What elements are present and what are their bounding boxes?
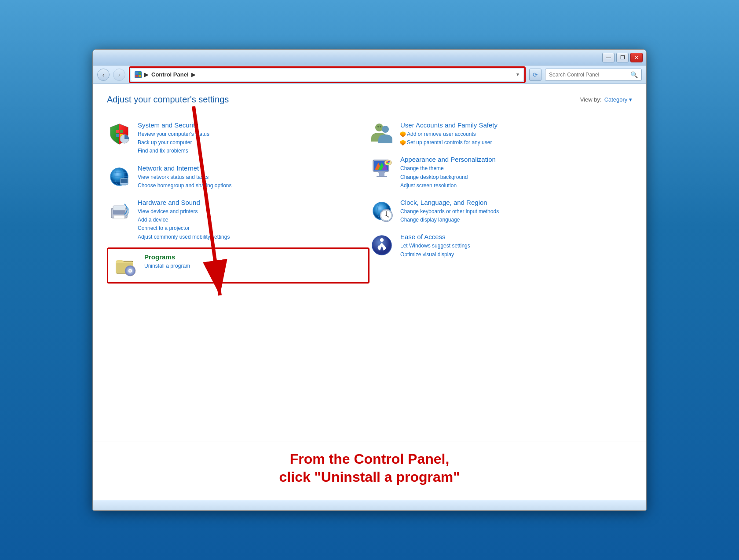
ease-of-access-title[interactable]: Ease of Access [400, 233, 625, 240]
ease-of-access-link-2[interactable]: Optimize visual display [400, 251, 625, 259]
programs-link-1[interactable]: Uninstall a program [144, 262, 363, 270]
svg-rect-33 [379, 173, 384, 176]
svg-point-29 [380, 126, 381, 127]
categories-grid: System and Security Review your computer… [107, 117, 632, 284]
hardware-link-3[interactable]: Connect to a projector [138, 224, 362, 233]
left-categories: System and Security Review your computer… [107, 117, 370, 284]
category-hardware-sound: Hardware and Sound View devices and prin… [107, 194, 370, 246]
system-security-link-1[interactable]: Review your computer's status [138, 130, 362, 138]
svg-rect-2 [135, 75, 138, 77]
svg-rect-5 [120, 130, 123, 133]
svg-rect-18 [113, 210, 125, 215]
programs-title[interactable]: Programs [144, 253, 363, 261]
user-accounts-title[interactable]: User Accounts and Family Safety [400, 121, 625, 129]
user-accounts-link-1[interactable]: Add or remove user accounts [400, 130, 625, 138]
system-security-link-3[interactable]: Find and fix problems [138, 147, 362, 155]
svg-point-49 [380, 238, 384, 242]
user-accounts-icon [370, 121, 394, 146]
user-accounts-link-2[interactable]: Set up parental controls for any user [400, 138, 625, 147]
breadcrumb: ▶ [144, 71, 149, 78]
system-security-title[interactable]: System and Security [138, 121, 362, 129]
status-bar [93, 500, 646, 510]
programs-icon [113, 253, 138, 278]
appearance-link-3[interactable]: Adjust screen resolution [400, 182, 625, 190]
maximize-button[interactable]: ❐ [616, 53, 629, 62]
annotation-line2: click "Uninstall a program" [279, 469, 460, 485]
system-security-icon [107, 121, 132, 146]
address-arrow: ▶ [191, 71, 196, 78]
hardware-link-2[interactable]: Add a device [138, 216, 362, 224]
svg-point-47 [386, 215, 387, 216]
system-security-link-2[interactable]: Back up your computer [138, 138, 362, 147]
ease-of-access-link-1[interactable]: Let Windows suggest settings [400, 242, 625, 250]
address-box[interactable]: ▶ Control Panel ▶ ▼ [131, 69, 523, 81]
clock-title[interactable]: Clock, Language, and Region [400, 199, 625, 206]
control-panel-icon [135, 71, 142, 78]
programs-text: Programs Uninstall a program [144, 253, 363, 270]
address-dropdown-button[interactable]: ▼ [516, 72, 520, 77]
minimize-button[interactable]: — [602, 53, 615, 62]
category-appearance: Appearance and Personalization Change th… [370, 151, 632, 194]
category-clock: Clock, Language, and Region Change keybo… [370, 194, 632, 229]
svg-point-25 [129, 270, 131, 272]
window-controls: — ❐ ✕ [602, 53, 643, 62]
hardware-sound-title[interactable]: Hardware and Sound [138, 199, 362, 206]
annotation-line1: From the Control Panel, [290, 451, 450, 467]
forward-button[interactable]: › [113, 69, 125, 81]
network-internet-title[interactable]: Network and Internet [138, 164, 362, 172]
clock-icon [370, 199, 394, 223]
svg-rect-20 [113, 206, 125, 210]
clock-link-1[interactable]: Change keyboards or other input methods [400, 207, 625, 216]
network-link-1[interactable]: View network status and tasks [138, 173, 362, 182]
user-accounts-text: User Accounts and Family Safety Add or r… [400, 121, 625, 147]
clock-link-2[interactable]: Change display language [400, 216, 625, 224]
main-window: — ❐ ✕ ‹ › ▶ Control Panel ▶ ▼ [92, 49, 647, 511]
search-icon: 🔍 [630, 71, 638, 78]
view-by: View by: Category ▾ [580, 96, 632, 103]
svg-point-39 [386, 163, 388, 164]
address-bar-row: ‹ › ▶ Control Panel ▶ ▼ ⟳ [93, 65, 646, 84]
system-security-text: System and Security Review your computer… [138, 121, 362, 156]
category-programs: Programs Uninstall a program [110, 251, 366, 280]
shield-icon-1 [400, 131, 406, 137]
appearance-link-1[interactable]: Change the theme [400, 164, 625, 173]
hardware-sound-text: Hardware and Sound View devices and prin… [138, 199, 362, 241]
svg-point-37 [388, 161, 390, 163]
svg-point-38 [387, 163, 389, 164]
ease-of-access-icon [370, 233, 394, 258]
view-by-value[interactable]: Category ▾ [604, 96, 632, 103]
svg-rect-16 [122, 185, 126, 185]
search-input[interactable] [549, 72, 629, 78]
network-internet-icon [107, 164, 132, 189]
category-system-security: System and Security Review your computer… [107, 117, 370, 160]
svg-point-26 [375, 124, 383, 131]
network-link-2[interactable]: Choose homegroup and sharing options [138, 182, 362, 190]
svg-rect-6 [116, 134, 119, 137]
svg-point-27 [382, 126, 389, 133]
clock-text: Clock, Language, and Region Change keybo… [400, 199, 625, 224]
svg-rect-1 [139, 72, 141, 74]
hardware-link-4[interactable]: Adjust commonly used mobility settings [138, 233, 362, 241]
svg-rect-3 [139, 75, 141, 77]
page-header: Adjust your computer's settings View by:… [107, 95, 632, 105]
hardware-link-1[interactable]: View devices and printers [138, 207, 362, 216]
content-area: Adjust your computer's settings View by:… [93, 84, 646, 441]
ease-of-access-text: Ease of Access Let Windows suggest setti… [400, 233, 625, 258]
close-button[interactable]: ✕ [630, 53, 643, 62]
appearance-title[interactable]: Appearance and Personalization [400, 156, 625, 163]
shield-icon-2 [400, 140, 406, 145]
refresh-button[interactable]: ⟳ [529, 69, 541, 81]
address-path: Control Panel [151, 71, 189, 78]
hardware-sound-icon [107, 199, 132, 223]
category-ease-of-access: Ease of Access Let Windows suggest setti… [370, 229, 632, 263]
appearance-text: Appearance and Personalization Change th… [400, 156, 625, 190]
programs-highlight-box: Programs Uninstall a program [107, 247, 370, 284]
appearance-link-2[interactable]: Change desktop background [400, 173, 625, 182]
title-bar: — ❐ ✕ [93, 50, 646, 65]
bottom-section: From the Control Panel, click "Uninstall… [93, 441, 646, 500]
page-title: Adjust your computer's settings [107, 95, 229, 105]
svg-rect-32 [378, 171, 385, 173]
category-user-accounts: User Accounts and Family Safety Add or r… [370, 117, 632, 151]
back-button[interactable]: ‹ [97, 69, 110, 81]
svg-rect-15 [121, 179, 128, 183]
